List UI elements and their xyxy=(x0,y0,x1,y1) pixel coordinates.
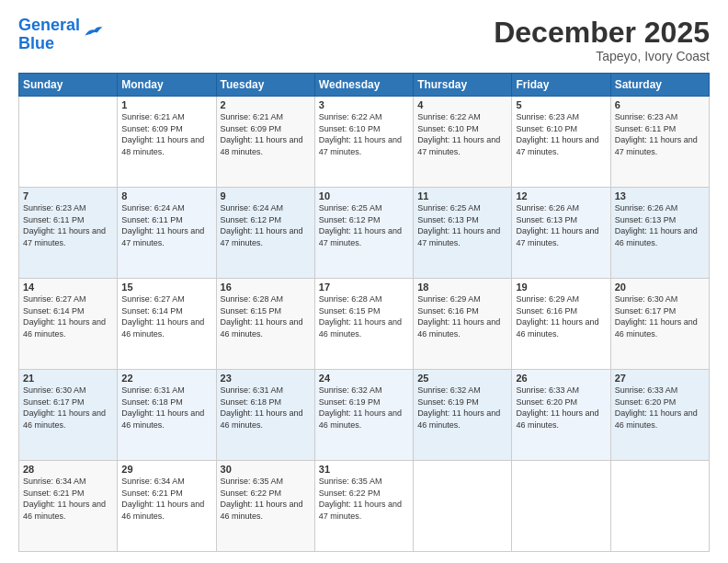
day-number: 21 xyxy=(23,373,113,384)
day-info: Sunrise: 6:30 AMSunset: 6:17 PMDaylight:… xyxy=(615,293,705,339)
title-block: December 2025 Tapeyo, Ivory Coast xyxy=(494,17,710,63)
day-number: 11 xyxy=(417,190,507,201)
day-header-sunday: Sunday xyxy=(19,74,118,97)
day-header-tuesday: Tuesday xyxy=(216,74,314,97)
day-number: 1 xyxy=(121,99,211,110)
day-header-monday: Monday xyxy=(118,74,216,97)
day-number: 16 xyxy=(221,282,311,293)
day-info: Sunrise: 6:29 AMSunset: 6:16 PMDaylight:… xyxy=(417,293,507,339)
day-number: 15 xyxy=(121,282,211,293)
day-number: 20 xyxy=(615,282,705,293)
calendar-cell: 22Sunrise: 6:31 AMSunset: 6:18 PMDayligh… xyxy=(118,370,216,461)
calendar-cell xyxy=(610,461,709,552)
day-number: 25 xyxy=(417,373,507,384)
day-number: 8 xyxy=(121,190,211,201)
calendar-week-row: 28Sunrise: 6:34 AMSunset: 6:21 PMDayligh… xyxy=(19,461,710,552)
calendar-header-row: SundayMondayTuesdayWednesdayThursdayFrid… xyxy=(19,74,710,97)
day-info: Sunrise: 6:28 AMSunset: 6:15 PMDaylight:… xyxy=(221,293,311,339)
day-number: 19 xyxy=(516,282,606,293)
calendar-cell: 25Sunrise: 6:32 AMSunset: 6:19 PMDayligh… xyxy=(414,370,512,461)
day-header-wednesday: Wednesday xyxy=(314,74,413,97)
day-info: Sunrise: 6:25 AMSunset: 6:13 PMDaylight:… xyxy=(417,202,507,248)
day-number: 29 xyxy=(121,464,211,475)
day-info: Sunrise: 6:21 AMSunset: 6:09 PMDaylight:… xyxy=(221,111,311,157)
day-info: Sunrise: 6:32 AMSunset: 6:19 PMDaylight:… xyxy=(417,385,507,431)
day-info: Sunrise: 6:25 AMSunset: 6:12 PMDaylight:… xyxy=(319,202,409,248)
day-number: 14 xyxy=(23,282,113,293)
calendar-cell: 10Sunrise: 6:25 AMSunset: 6:12 PMDayligh… xyxy=(314,188,413,279)
header: General Blue December 2025 Tapeyo, Ivory… xyxy=(18,17,710,63)
day-info: Sunrise: 6:33 AMSunset: 6:20 PMDaylight:… xyxy=(615,385,705,431)
day-info: Sunrise: 6:23 AMSunset: 6:10 PMDaylight:… xyxy=(516,111,606,157)
day-info: Sunrise: 6:21 AMSunset: 6:09 PMDaylight:… xyxy=(121,111,211,157)
calendar-cell: 20Sunrise: 6:30 AMSunset: 6:17 PMDayligh… xyxy=(610,279,709,370)
day-info: Sunrise: 6:33 AMSunset: 6:20 PMDaylight:… xyxy=(516,385,606,431)
day-info: Sunrise: 6:34 AMSunset: 6:21 PMDaylight:… xyxy=(121,476,211,522)
day-number: 4 xyxy=(417,99,507,110)
calendar-cell: 7Sunrise: 6:23 AMSunset: 6:11 PMDaylight… xyxy=(19,188,118,279)
day-info: Sunrise: 6:34 AMSunset: 6:21 PMDaylight:… xyxy=(23,476,113,522)
calendar-cell: 29Sunrise: 6:34 AMSunset: 6:21 PMDayligh… xyxy=(118,461,216,552)
calendar-table: SundayMondayTuesdayWednesdayThursdayFrid… xyxy=(18,73,710,552)
logo-bird-icon xyxy=(84,23,104,40)
calendar-cell: 16Sunrise: 6:28 AMSunset: 6:15 PMDayligh… xyxy=(216,279,314,370)
day-number: 10 xyxy=(319,190,409,201)
day-header-saturday: Saturday xyxy=(610,74,709,97)
day-number: 30 xyxy=(221,464,311,475)
day-number: 18 xyxy=(417,282,507,293)
calendar-cell: 8Sunrise: 6:24 AMSunset: 6:11 PMDaylight… xyxy=(118,188,216,279)
calendar-week-row: 21Sunrise: 6:30 AMSunset: 6:17 PMDayligh… xyxy=(19,370,710,461)
calendar-cell: 19Sunrise: 6:29 AMSunset: 6:16 PMDayligh… xyxy=(512,279,610,370)
day-info: Sunrise: 6:22 AMSunset: 6:10 PMDaylight:… xyxy=(417,111,507,157)
logo: General Blue xyxy=(18,17,104,53)
day-number: 13 xyxy=(615,190,705,201)
calendar-cell xyxy=(512,461,610,552)
day-info: Sunrise: 6:22 AMSunset: 6:10 PMDaylight:… xyxy=(319,111,409,157)
calendar-page: General Blue December 2025 Tapeyo, Ivory… xyxy=(0,0,728,563)
calendar-cell: 4Sunrise: 6:22 AMSunset: 6:10 PMDaylight… xyxy=(414,97,512,188)
calendar-cell: 13Sunrise: 6:26 AMSunset: 6:13 PMDayligh… xyxy=(610,188,709,279)
calendar-cell: 5Sunrise: 6:23 AMSunset: 6:10 PMDaylight… xyxy=(512,97,610,188)
day-info: Sunrise: 6:28 AMSunset: 6:15 PMDaylight:… xyxy=(319,293,409,339)
calendar-cell: 28Sunrise: 6:34 AMSunset: 6:21 PMDayligh… xyxy=(19,461,118,552)
calendar-cell: 14Sunrise: 6:27 AMSunset: 6:14 PMDayligh… xyxy=(19,279,118,370)
day-number: 7 xyxy=(23,190,113,201)
day-number: 26 xyxy=(516,373,606,384)
day-number: 9 xyxy=(221,190,311,201)
day-info: Sunrise: 6:26 AMSunset: 6:13 PMDaylight:… xyxy=(516,202,606,248)
calendar-cell: 11Sunrise: 6:25 AMSunset: 6:13 PMDayligh… xyxy=(414,188,512,279)
day-info: Sunrise: 6:27 AMSunset: 6:14 PMDaylight:… xyxy=(23,293,113,339)
location: Tapeyo, Ivory Coast xyxy=(494,49,710,63)
calendar-cell: 1Sunrise: 6:21 AMSunset: 6:09 PMDaylight… xyxy=(118,97,216,188)
day-number: 12 xyxy=(516,190,606,201)
day-info: Sunrise: 6:24 AMSunset: 6:12 PMDaylight:… xyxy=(221,202,311,248)
day-info: Sunrise: 6:27 AMSunset: 6:14 PMDaylight:… xyxy=(121,293,211,339)
day-number: 6 xyxy=(615,99,705,110)
calendar-cell xyxy=(19,97,118,188)
day-number: 31 xyxy=(319,464,409,475)
day-number: 22 xyxy=(121,373,211,384)
calendar-cell: 23Sunrise: 6:31 AMSunset: 6:18 PMDayligh… xyxy=(216,370,314,461)
calendar-cell: 6Sunrise: 6:23 AMSunset: 6:11 PMDaylight… xyxy=(610,97,709,188)
calendar-cell: 21Sunrise: 6:30 AMSunset: 6:17 PMDayligh… xyxy=(19,370,118,461)
day-info: Sunrise: 6:23 AMSunset: 6:11 PMDaylight:… xyxy=(23,202,113,248)
month-title: December 2025 xyxy=(494,17,710,49)
day-number: 28 xyxy=(23,464,113,475)
day-info: Sunrise: 6:31 AMSunset: 6:18 PMDaylight:… xyxy=(121,385,211,431)
day-info: Sunrise: 6:35 AMSunset: 6:22 PMDaylight:… xyxy=(221,476,311,522)
calendar-cell: 26Sunrise: 6:33 AMSunset: 6:20 PMDayligh… xyxy=(512,370,610,461)
calendar-cell: 15Sunrise: 6:27 AMSunset: 6:14 PMDayligh… xyxy=(118,279,216,370)
calendar-cell xyxy=(414,461,512,552)
logo-blue: Blue xyxy=(18,34,54,52)
day-info: Sunrise: 6:35 AMSunset: 6:22 PMDaylight:… xyxy=(319,476,409,522)
day-header-friday: Friday xyxy=(512,74,610,97)
calendar-cell: 27Sunrise: 6:33 AMSunset: 6:20 PMDayligh… xyxy=(610,370,709,461)
calendar-cell: 24Sunrise: 6:32 AMSunset: 6:19 PMDayligh… xyxy=(314,370,413,461)
calendar-cell: 3Sunrise: 6:22 AMSunset: 6:10 PMDaylight… xyxy=(314,97,413,188)
calendar-cell: 18Sunrise: 6:29 AMSunset: 6:16 PMDayligh… xyxy=(414,279,512,370)
day-info: Sunrise: 6:23 AMSunset: 6:11 PMDaylight:… xyxy=(615,111,705,157)
day-number: 23 xyxy=(221,373,311,384)
calendar-cell: 9Sunrise: 6:24 AMSunset: 6:12 PMDaylight… xyxy=(216,188,314,279)
logo-general: General xyxy=(18,16,80,34)
calendar-cell: 2Sunrise: 6:21 AMSunset: 6:09 PMDaylight… xyxy=(216,97,314,188)
